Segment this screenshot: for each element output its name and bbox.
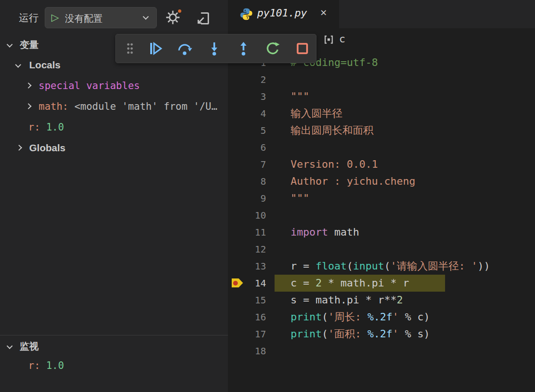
line-number[interactable]: 3 bbox=[228, 88, 266, 105]
debug-config-dropdown[interactable]: ▷ 没有配置 bbox=[45, 7, 157, 28]
code-line[interactable]: 9""" bbox=[228, 190, 535, 207]
line-number[interactable]: 15 bbox=[228, 292, 266, 309]
code-text: 输入圆半径 bbox=[291, 105, 342, 122]
code-line[interactable]: 7Version: 0.0.1 bbox=[228, 156, 535, 173]
code-text: Version: 0.0.1 bbox=[291, 156, 378, 173]
step-into-button[interactable] bbox=[205, 39, 223, 58]
scope-label: Locals bbox=[29, 57, 61, 74]
tab-title: py101.py bbox=[257, 7, 307, 19]
tree-item-globals[interactable]: Globals bbox=[0, 139, 228, 156]
code-text: print('面积: %.2f' % s) bbox=[291, 326, 430, 343]
chevron-down-icon bbox=[143, 14, 149, 20]
run-header: 运行 ▷ 没有配置 bbox=[0, 0, 228, 36]
line-number[interactable]: 2 bbox=[228, 71, 266, 88]
step-over-button[interactable] bbox=[176, 39, 194, 58]
code-line[interactable]: 15s = math.pi * r**2 bbox=[228, 292, 535, 309]
debug-toolbar bbox=[115, 34, 316, 63]
line-number[interactable]: 11 bbox=[228, 224, 266, 241]
variables-section-title: 变量 bbox=[20, 39, 39, 51]
notification-dot bbox=[177, 8, 182, 14]
code-text: """ bbox=[291, 88, 309, 105]
code-text: """ bbox=[291, 190, 309, 207]
breadcrumb-symbol[interactable]: c bbox=[339, 33, 345, 45]
scope-label: Globals bbox=[29, 139, 65, 156]
watch-section-title: 监视 bbox=[20, 340, 39, 353]
code-line[interactable]: 18 bbox=[228, 343, 535, 359]
watch-value: 1.0 bbox=[46, 360, 64, 371]
python-icon bbox=[239, 7, 253, 23]
code-line[interactable]: 16print('周长: %.2f' % c) bbox=[228, 309, 535, 326]
line-number[interactable]: 18 bbox=[228, 343, 266, 359]
step-out-button[interactable] bbox=[235, 39, 252, 58]
tree-item-special-variables[interactable]: special variables bbox=[0, 77, 228, 94]
line-number[interactable]: 6 bbox=[228, 139, 266, 156]
tree-item-math[interactable]: math: <module 'math' from '/U… bbox=[0, 98, 228, 115]
chevron-right-icon[interactable] bbox=[25, 82, 32, 89]
line-number[interactable]: 16 bbox=[228, 309, 266, 326]
line-number[interactable]: 13 bbox=[228, 258, 266, 275]
line-number[interactable]: 10 bbox=[228, 207, 266, 224]
variable-value: <module 'math' from '/U… bbox=[74, 101, 217, 112]
line-number[interactable]: 9 bbox=[228, 190, 266, 207]
drag-handle[interactable] bbox=[124, 41, 135, 56]
line-number[interactable]: 17 bbox=[228, 326, 266, 343]
code-line[interactable]: 13r = float(input('请输入圆半径: ')) bbox=[228, 258, 535, 275]
line-number[interactable]: 4 bbox=[228, 105, 266, 122]
continue-button[interactable] bbox=[146, 39, 164, 58]
code-line[interactable]: 8Author : yichu.cheng bbox=[228, 173, 535, 190]
line-number[interactable]: 12 bbox=[228, 241, 266, 258]
code-text: print('周长: %.2f' % c) bbox=[291, 309, 430, 326]
code-line[interactable]: 4输入圆半径 bbox=[228, 105, 535, 122]
code-text: 输出圆周长和面积 bbox=[291, 122, 373, 139]
variable-name: math: bbox=[39, 101, 68, 112]
code-line[interactable]: 5输出圆周长和面积 bbox=[228, 122, 535, 139]
watch-section-header[interactable]: 监视 bbox=[0, 338, 228, 354]
chevron-right-icon[interactable] bbox=[16, 145, 22, 151]
tab-py101[interactable]: py101.py × bbox=[228, 0, 339, 28]
chevron-down-icon[interactable] bbox=[7, 41, 13, 48]
chevron-down-icon[interactable] bbox=[7, 343, 13, 349]
tab-bar: py101.py × bbox=[228, 0, 535, 28]
line-number[interactable]: 5 bbox=[228, 122, 266, 139]
line-number[interactable]: 7 bbox=[228, 156, 266, 173]
variable-value: 1.0 bbox=[46, 122, 64, 133]
code-lines: 1# coding=utf-823"""4输入圆半径5输出圆周长和面积67Ver… bbox=[228, 54, 535, 359]
run-label: 运行 bbox=[19, 11, 39, 24]
code-text: c = 2 * math.pi * r bbox=[291, 275, 409, 292]
variable-name: r: bbox=[28, 122, 40, 133]
chevron-right-icon[interactable] bbox=[25, 103, 32, 109]
gear-icon[interactable] bbox=[165, 9, 184, 28]
code-line[interactable]: 10 bbox=[228, 207, 535, 224]
code-line[interactable]: 3""" bbox=[228, 88, 535, 105]
code-text: s = math.pi * r**2 bbox=[291, 292, 403, 309]
code-line[interactable]: 2 bbox=[228, 71, 535, 88]
code-line[interactable]: 12 bbox=[228, 241, 535, 258]
start-debug-icon[interactable]: ▷ bbox=[51, 11, 59, 24]
stop-button[interactable] bbox=[293, 39, 311, 58]
panel-divider[interactable] bbox=[0, 335, 228, 335]
watch-item-r[interactable]: r: 1.0 bbox=[0, 357, 228, 374]
code-line[interactable]: 17print('面积: %.2f' % s) bbox=[228, 326, 535, 343]
code-line[interactable]: 6 bbox=[228, 139, 535, 156]
code-text: Author : yichu.cheng bbox=[291, 173, 415, 190]
line-number[interactable]: 8 bbox=[228, 173, 266, 190]
code-line[interactable]: 14c = 2 * math.pi * r bbox=[228, 275, 535, 292]
code-text: import math bbox=[291, 224, 359, 241]
debug-console-icon[interactable] bbox=[195, 10, 212, 27]
debug-config-value: 没有配置 bbox=[65, 12, 103, 25]
watch-name: r: bbox=[28, 360, 40, 371]
tree-item-r[interactable]: r: 1.0 bbox=[0, 119, 228, 136]
chevron-down-icon[interactable] bbox=[15, 62, 21, 68]
code-line[interactable]: 11import math bbox=[228, 224, 535, 241]
group-label: special variables bbox=[39, 77, 140, 94]
restart-button[interactable] bbox=[264, 39, 282, 58]
code-text: r = float(input('请输入圆半径: ')) bbox=[291, 258, 490, 275]
close-icon[interactable]: × bbox=[320, 6, 327, 19]
symbol-icon bbox=[323, 34, 334, 47]
